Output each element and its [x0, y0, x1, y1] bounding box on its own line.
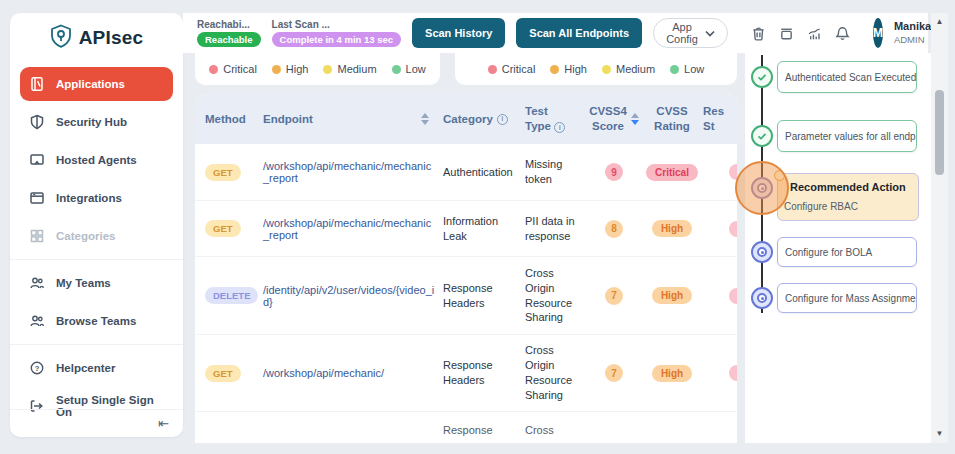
timeline-step-configure-mass-assignments[interactable]: Configure for Mass Assignments — [777, 283, 917, 313]
endpoint-link[interactable]: /identity/api/v2/user/videos/{video_id} — [263, 284, 443, 308]
users-icon — [29, 313, 46, 330]
analytics-icon[interactable] — [806, 22, 823, 44]
legend-label: High — [286, 63, 309, 75]
info-icon[interactable]: i — [497, 114, 508, 125]
table-row[interactable]: DELETE /identity/api/v2/user/videos/{vid… — [195, 257, 737, 335]
high-dot-icon — [272, 65, 281, 74]
legend-label: Medium — [616, 63, 655, 75]
sidebar-item-browse-teams[interactable]: Browse Teams — [20, 306, 173, 336]
cvss4-score-badge: 7 — [605, 364, 623, 382]
chevron-down-icon — [705, 27, 715, 39]
cvss4-score-badge: 9 — [605, 163, 623, 181]
sidebar-item-label: Integrations — [56, 192, 122, 204]
column-header-result-status: ResSt — [703, 104, 737, 134]
table-row[interactable]: GET /workshop/api/mechanic/ Response Hea… — [195, 335, 737, 412]
column-header-cvss4-score[interactable]: CVSS4Score — [587, 104, 641, 134]
medium-dot-icon — [323, 65, 332, 74]
severity-legend-card-1: Critical High Medium Low — [195, 53, 440, 85]
info-icon[interactable]: i — [554, 122, 565, 133]
legend-item-medium: Medium — [323, 63, 376, 75]
result-status-badge — [729, 365, 737, 381]
scroll-down-icon[interactable]: ▼ — [936, 425, 944, 441]
bell-icon[interactable] — [834, 22, 851, 44]
sidebar-item-integrations[interactable]: Integrations — [20, 183, 173, 213]
cvss4-score-badge: 8 — [605, 220, 623, 238]
table-row[interactable]: Response Cross — [195, 412, 737, 443]
timeline-step-parameter-values[interactable]: Parameter values for all endp... — [777, 120, 917, 152]
step-label: Configure for BOLA — [785, 247, 872, 258]
test-type-cell: Cross — [525, 423, 587, 438]
legend-label: Critical — [223, 63, 257, 75]
medium-dot-icon — [602, 65, 611, 74]
legend-item-medium: Medium — [602, 63, 655, 75]
avatar[interactable]: M — [873, 18, 883, 48]
endpoint-link[interactable]: /workshop/api/mechanic/mechanic_report — [263, 217, 443, 241]
legend-item-high: High — [550, 63, 587, 75]
step-label: Authenticated Scan Executed — [785, 72, 916, 83]
timeline-step-authenticated-scan[interactable]: Authenticated Scan Executed — [777, 61, 917, 93]
sidebar-item-label: Browse Teams — [56, 315, 136, 327]
last-scan-label: Last Scan ... — [272, 19, 402, 30]
sidebar-item-helpcenter[interactable]: ? Helpcenter — [20, 353, 173, 383]
sidebar-item-applications[interactable]: Applications — [20, 67, 173, 101]
low-dot-icon — [670, 65, 679, 74]
legend-item-high: High — [272, 63, 309, 75]
recommended-gear-icon — [774, 170, 785, 181]
legend-label: Low — [684, 63, 704, 75]
column-header-method: Method — [205, 112, 263, 127]
step-label: Parameter values for all endp... — [785, 131, 917, 142]
endpoint-link[interactable]: /workshop/api/mechanic/mechanic_report — [263, 160, 443, 184]
sort-icon[interactable] — [421, 113, 429, 125]
category-cell: Response Headers — [443, 358, 525, 388]
vertical-scrollbar[interactable]: ▲ ▼ — [931, 13, 948, 443]
app-config-button[interactable]: App Config — [653, 18, 728, 48]
scroll-up-icon[interactable]: ▲ — [936, 13, 944, 29]
scan-all-endpoints-button[interactable]: Scan All Endpoints — [516, 18, 642, 48]
sidebar-item-security-hub[interactable]: Security Hub — [20, 107, 173, 137]
endpoint-link[interactable]: /workshop/api/mechanic/ — [263, 367, 443, 379]
sidebar-item-hosted-agents[interactable]: Hosted Agents — [20, 145, 173, 175]
category-cell: Response Headers — [443, 281, 525, 311]
legend-label: Low — [406, 63, 426, 75]
trash-icon[interactable] — [750, 22, 767, 44]
svg-text:?: ? — [35, 364, 40, 373]
cvss-rating-badge: High — [652, 365, 692, 382]
recommended-action-card[interactable]: Recommended Action Configure RBAC — [777, 173, 919, 221]
scan-history-button[interactable]: Scan History — [412, 18, 505, 48]
table-row[interactable]: GET /workshop/api/mechanic/mechanic_repo… — [195, 144, 737, 201]
high-dot-icon — [550, 65, 559, 74]
app-logo: APIsec — [10, 13, 183, 63]
recommended-action-label: Configure RBAC — [784, 201, 912, 212]
test-type-cell: Cross Origin Resource Sharing — [525, 343, 587, 402]
step-done-icon — [751, 125, 773, 147]
legend-item-critical: Critical — [209, 63, 257, 75]
table-row[interactable]: GET /workshop/api/mechanic/mechanic_repo… — [195, 201, 737, 257]
archive-icon[interactable] — [778, 22, 795, 44]
applications-icon — [29, 76, 46, 93]
recommended-action-title: Recommended Action — [790, 181, 912, 193]
sidebar-nav: Applications Security Hub Hosted Agents — [10, 63, 183, 421]
column-header-endpoint[interactable]: Endpoint — [263, 112, 443, 127]
sidebar-divider — [10, 259, 183, 260]
test-type-cell: PII data in response — [525, 214, 587, 244]
test-type-cell: Missing token — [525, 157, 587, 187]
collapse-sidebar-icon[interactable]: ⇤ — [158, 417, 169, 430]
question-circle-icon: ? — [29, 360, 46, 377]
category-cell: Information Leak — [443, 214, 525, 244]
step-target-icon — [751, 177, 773, 199]
legend-item-critical: Critical — [488, 63, 536, 75]
sidebar-item-my-teams[interactable]: My Teams — [20, 268, 173, 298]
sort-desc-icon[interactable] — [631, 113, 639, 125]
timeline-step-configure-bola[interactable]: Configure for BOLA — [777, 237, 917, 267]
category-cell: Authentication — [443, 165, 525, 180]
table-header-row: Method Endpoint Categoryi TestType i CVS… — [195, 94, 737, 144]
reachability-badge: Reachable — [197, 32, 261, 47]
critical-dot-icon — [488, 65, 497, 74]
scrollbar-thumb[interactable] — [935, 90, 944, 175]
sidebar-item-label: Categories — [56, 230, 115, 242]
shield-icon — [29, 114, 46, 131]
step-label: Configure for Mass Assignments — [785, 293, 917, 304]
sidebar-divider — [10, 344, 183, 345]
step-pending-icon — [751, 287, 773, 309]
critical-dot-icon — [209, 65, 218, 74]
